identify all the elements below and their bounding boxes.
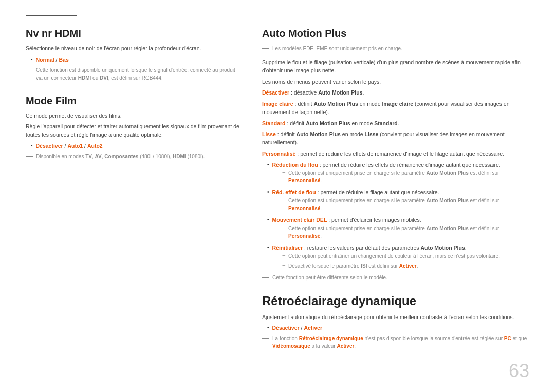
nv-nr-hdmi-bullet1: • Normal / Bas	[26, 56, 242, 64]
nv-nr-note-text: Cette fonction est disponible uniquement…	[36, 66, 242, 82]
bas-label: Bas	[59, 57, 68, 63]
amp-reinit-note2: – Désactivé lorsque le paramètre ISI est…	[272, 262, 500, 270]
retroeclairage-title: Rétroéclairage dynamique	[262, 294, 529, 308]
bullet-normal-bas: Normal / Bas	[36, 56, 69, 64]
mode-film-note: Disponible en modes TV, AV, Composantes …	[26, 153, 242, 163]
right-column: Auto Motion Plus Les modèles EDE, EME so…	[262, 28, 529, 356]
mode-film-note-text: Disponible en modes TV, AV, Composantes …	[36, 153, 205, 160]
amp-mouvement-note-text: Cette option est uniquement prise en cha…	[288, 225, 529, 240]
mode-film-body2: Règle l'appareil pour détecter et traite…	[26, 123, 242, 139]
amp-note-bottom: Cette fonction peut être différente selo…	[262, 274, 529, 285]
mode-film-body1: Ce mode permet de visualiser des films.	[26, 112, 242, 120]
amp-reinit-content: Réinitialiser : restaure les valeurs par…	[272, 244, 500, 272]
amp-reduction-note-text: Cette option est uniquement prise en cha…	[288, 169, 529, 184]
amp-reduction-content: Réduction du flou : permet de réduire le…	[272, 161, 529, 187]
top-line	[26, 15, 529, 16]
bullet-dot: •	[31, 57, 33, 62]
amp-mouvement-text: Mouvement clair DEL : permet d'éclaircir…	[272, 216, 529, 225]
amp-red-effet-note: – Cette option est uniquement prise en c…	[272, 197, 529, 212]
dash-line4	[262, 277, 269, 278]
amp-mouvement-bullet: • Mouvement clair DEL : permet d'éclairc…	[262, 216, 529, 242]
retroeclairage-note: La fonction Rétroéclairage dynamique n'e…	[262, 334, 529, 353]
nv-nr-hdmi-title: Nv nr HDMI	[26, 28, 242, 40]
amp-image-claire: Image claire : définit Auto Motion Plus …	[262, 100, 529, 117]
section-nv-nr-hdmi: Nv nr HDMI Sélectionne le niveau de noir…	[26, 28, 242, 85]
dash-line3	[262, 48, 269, 49]
retroeclairage-options: Désactiver / Activer	[272, 324, 323, 332]
dash-sym1: –	[283, 169, 286, 175]
amp-personnalise: Personnalisé : permet de réduire les eff…	[262, 150, 529, 158]
amp-red-effet-bullet: • Réd. effet de flou : permet de réduire…	[262, 189, 529, 214]
section-retroeclairage: Rétroéclairage dynamique Ajustement auto…	[262, 294, 529, 353]
dash-sym4: –	[283, 252, 286, 258]
amp-note-top: Les modèles EDE, EME sont uniquement pri…	[262, 45, 529, 55]
amp-reduction-bullet: • Réduction du flou : permet de réduire …	[262, 161, 529, 187]
bullet-dot7: •	[267, 325, 269, 330]
nv-nr-hdmi-body1: Sélectionne le niveau de noir de l'écran…	[26, 45, 242, 53]
top-line-rule	[82, 16, 529, 16]
retroeclairage-note-text: La fonction Rétroéclairage dynamique n'e…	[272, 334, 529, 350]
auto-motion-plus-title: Auto Motion Plus	[262, 28, 529, 40]
dash-sym5: –	[283, 262, 286, 268]
amp-red-effet-note-text: Cette option est uniquement prise en cha…	[288, 197, 529, 212]
amp-body1: Supprime le flou et le filage (pulsation…	[262, 59, 529, 75]
amp-mouvement-note: – Cette option est uniquement prise en c…	[272, 225, 529, 240]
amp-red-effet-text: Réd. effet de flou : permet de réduire l…	[272, 189, 529, 197]
amp-note-top-text: Les modèles EDE, EME sont uniquement pri…	[272, 45, 402, 52]
dash-sym3: –	[283, 225, 286, 230]
amp-body2: Les noms de menus peuvent varier selon l…	[262, 78, 529, 86]
section-mode-film: Mode Film Ce mode permet de visualiser d…	[26, 95, 242, 163]
dash-line2	[26, 156, 33, 157]
top-line-accent	[26, 15, 77, 16]
dash-line	[26, 70, 33, 70]
mode-film-bullet1: • Désactiver / Auto1 / Auto2	[26, 142, 242, 151]
amp-desactiver: Désactiver : désactive Auto Motion Plus.	[262, 89, 529, 97]
amp-standard: Standard : définit Auto Motion Plus en m…	[262, 120, 529, 128]
bullet-dot5: •	[267, 217, 269, 222]
bullet-dot3: •	[267, 162, 269, 167]
page: Nv nr HDMI Sélectionne le niveau de noir…	[0, 0, 555, 392]
amp-reinit-note1: – Cette option peut entraîner un changem…	[272, 252, 500, 260]
dash-sym2: –	[283, 197, 286, 202]
two-column-layout: Nv nr HDMI Sélectionne le niveau de noir…	[26, 28, 529, 356]
section-auto-motion-plus: Auto Motion Plus Les modèles EDE, EME so…	[262, 28, 529, 285]
amp-mouvement-content: Mouvement clair DEL : permet d'éclaircir…	[272, 216, 529, 242]
amp-reduction-text: Réduction du flou : permet de réduire le…	[272, 161, 529, 170]
left-column: Nv nr HDMI Sélectionne le niveau de noir…	[26, 28, 242, 356]
amp-reinit-note2-text: Désactivé lorsque le paramètre ISI est d…	[288, 262, 418, 270]
retroeclairage-bullet1: • Désactiver / Activer	[262, 324, 529, 332]
nv-nr-hdmi-note: Cette fonction est disponible uniquement…	[26, 66, 242, 85]
mode-film-title: Mode Film	[26, 95, 242, 107]
amp-red-effet-content: Réd. effet de flou : permet de réduire l…	[272, 189, 529, 214]
retroeclairage-body1: Ajustement automatique du rétroéclairage…	[262, 313, 529, 322]
dash-line5	[262, 338, 269, 339]
amp-note-bottom-text: Cette fonction peut être différente selo…	[272, 274, 387, 282]
bullet-dot2: •	[31, 143, 33, 148]
amp-reinit-note1-text: Cette option peut entraîner un changemen…	[288, 252, 500, 260]
normal-label: Normal	[36, 57, 54, 63]
amp-reduction-note: – Cette option est uniquement prise en c…	[272, 169, 529, 184]
mode-film-options: Désactiver / Auto1 / Auto2	[36, 142, 103, 151]
page-number: 63	[509, 360, 529, 382]
bullet-dot4: •	[267, 189, 269, 195]
amp-reinit-bullet: • Réinitialiser : restaure les valeurs p…	[262, 244, 529, 272]
amp-lisse: Lisse : définit Auto Motion Plus en mode…	[262, 130, 529, 147]
bullet-dot6: •	[267, 245, 269, 250]
amp-reinit-text: Réinitialiser : restaure les valeurs par…	[272, 244, 500, 252]
